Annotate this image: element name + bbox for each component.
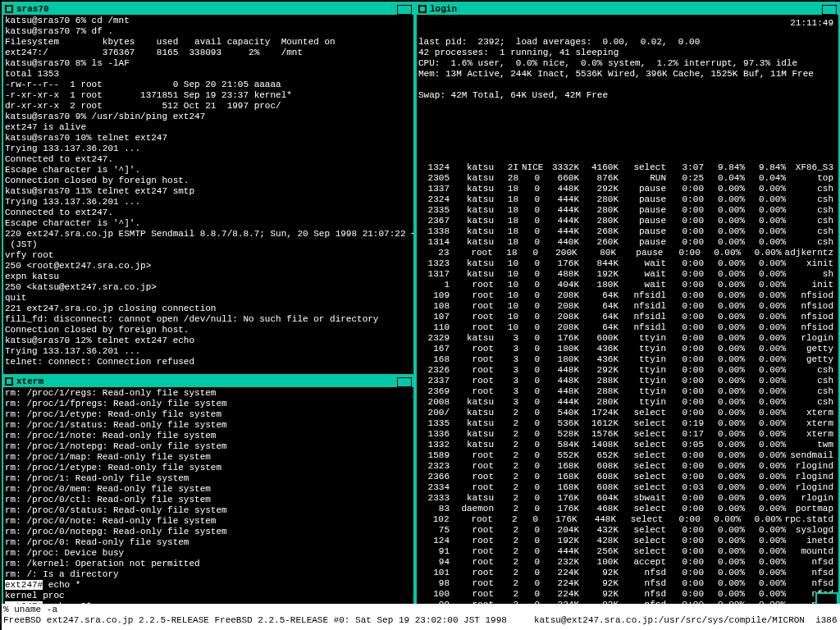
menu-icon[interactable] <box>5 5 13 13</box>
cell-size: 448K <box>543 184 582 194</box>
process-row: 100root20224K92Knfsd0:000.00%0.00%nfsd <box>418 589 837 600</box>
cell-time: 0:00 <box>666 514 703 525</box>
cell-wcpu: 0.00% <box>707 386 748 397</box>
process-row: 1317katsu100488K192Kwait0:000.00%0.00%sh <box>418 269 837 280</box>
cell-wcpu: 0.00% <box>707 184 748 194</box>
cell-cmd: getty <box>789 354 837 365</box>
cell-pri: 18 <box>497 216 522 226</box>
resize-icon[interactable] <box>397 5 412 15</box>
titlebar-sras70[interactable]: sras70 <box>3 3 413 15</box>
cell-cmd: rlogin <box>789 333 837 344</box>
cell-user: katsu <box>453 216 497 226</box>
window-login[interactable]: login last pid: 2392; load averages: 0.0… <box>415 2 840 605</box>
cell-cmd: csh <box>789 194 837 205</box>
prompt-line: ext247# echo * <box>5 580 412 591</box>
bottom-terminal[interactable]: % uname -a FreeBSD ext247.sra.co.jp 2.2.… <box>2 604 840 630</box>
process-row: 1332katsu20584K1408Kselect0:050.00%0.00%… <box>418 440 837 450</box>
cell-nice: 0 <box>522 493 543 504</box>
cell-res: 80K <box>581 248 619 258</box>
cell-state: select <box>619 514 666 525</box>
titlebar-login[interactable]: login <box>417 3 838 15</box>
cell-user: katsu <box>453 226 497 237</box>
cell-state: select <box>622 440 669 450</box>
cell-state: pause <box>619 248 666 258</box>
output-line: rm: /proc/0/mem: Read-only file system <box>5 484 412 495</box>
cell-pri: 10 <box>497 280 522 290</box>
cell-state: wait <box>622 269 669 280</box>
titlebar-xterm[interactable]: xterm <box>3 376 413 387</box>
cell-res: 292K <box>582 365 622 376</box>
cell-wcpu: 0.00% <box>707 568 748 578</box>
cell-cpu: 0.00% <box>748 525 789 536</box>
process-row: 2366root20168K608Kselect0:000.00%0.00%rl… <box>418 472 837 482</box>
cell-time: 0:00 <box>669 386 707 397</box>
cell-time: 0:00 <box>669 450 707 461</box>
cell-pri: 18 <box>497 237 522 248</box>
cell-wcpu: 0.00% <box>707 269 748 280</box>
cell-pid: 2008 <box>418 397 453 408</box>
terminal-output[interactable]: rm: /proc/1/regs: Read-only file systemr… <box>3 387 413 605</box>
cell-user: root <box>453 354 497 365</box>
cell-time: 0:00 <box>669 226 707 237</box>
cell-cpu: 0.00% <box>748 226 789 237</box>
cell-time: 0:00 <box>669 568 707 578</box>
process-row: 108root100208K64Knfsidl0:000.00%0.00%nfs… <box>418 301 837 312</box>
cell-user: root <box>453 578 497 589</box>
cell-wcpu: 0.00% <box>707 418 748 429</box>
cell-res: 448K <box>581 514 619 525</box>
cell-res: 604K <box>582 493 622 504</box>
cell-cmd: init <box>789 280 837 290</box>
cell-user: katsu <box>453 194 497 205</box>
output-line: rm: /kernel: Operation not permitted <box>5 559 412 569</box>
terminal-output[interactable]: katsu@sras70 6% cd /mnt katsu@sras70 7% … <box>3 15 413 374</box>
menu-icon[interactable] <box>418 5 427 13</box>
cell-state: select <box>622 418 669 429</box>
cell-state: accept <box>622 557 669 568</box>
cell-pri: 2 <box>497 493 522 504</box>
cell-cpu: 0.00% <box>748 568 789 578</box>
cell-size: 180K <box>543 344 582 354</box>
cell-pid: 1337 <box>418 184 453 194</box>
cell-pid: 1336 <box>418 429 453 440</box>
cell-user: root <box>453 589 497 600</box>
cell-size: 540K <box>543 408 582 418</box>
cell-res: 608K <box>582 482 622 493</box>
cell-state: nfsd <box>622 589 669 600</box>
cell-pri: 2I <box>497 162 522 173</box>
cell-wcpu: 0.00% <box>707 493 748 504</box>
cell-wcpu: 0.00% <box>707 376 748 386</box>
cell-state: select <box>622 536 669 546</box>
cell-cmd: csh <box>789 184 837 194</box>
cell-pid: 1332 <box>418 440 453 450</box>
cell-pri: 3 <box>497 397 522 408</box>
cell-cpu: 0.00% <box>748 536 789 546</box>
window-xterm[interactable]: xterm rm: /proc/1/regs: Read-only file s… <box>2 374 415 607</box>
cell-wcpu: 0.00% <box>707 344 748 354</box>
cell-size: 200K <box>541 248 580 258</box>
cell-cpu: 0.00% <box>748 418 789 429</box>
cell-cmd: nfsiod <box>789 290 837 301</box>
menu-icon[interactable] <box>5 377 13 386</box>
cell-pid: 2369 <box>418 386 453 397</box>
resize-icon[interactable] <box>822 5 837 15</box>
cell-wcpu: 0.00% <box>707 546 748 557</box>
cell-pid: 98 <box>418 578 453 589</box>
cell-pid: 1589 <box>418 450 453 461</box>
cell-user: root <box>453 525 497 536</box>
cell-res: 280K <box>582 216 622 226</box>
window-sras70[interactable]: sras70 katsu@sras70 6% cd /mnt katsu@sra… <box>2 2 415 376</box>
cell-user: root <box>453 450 497 461</box>
cell-pri: 18 <box>496 248 521 258</box>
process-row: 2008katsu30444K280Kttyin0:000.00%0.00%cs… <box>418 397 837 408</box>
cell-pid: 200/ <box>418 408 453 418</box>
cell-wcpu: 0.00% <box>707 237 748 248</box>
cell-cpu: 0.00% <box>748 205 789 216</box>
cell-wcpu: 0.00% <box>707 504 748 514</box>
cell-user: root <box>453 280 497 290</box>
cell-res: 428K <box>582 536 622 546</box>
cell-size: 224K <box>543 589 582 600</box>
output-line: rm: /proc/0/ctl: Read-only file system <box>5 495 412 505</box>
cell-res: 92K <box>582 578 622 589</box>
resize-icon[interactable] <box>397 377 412 387</box>
cell-pri: 10 <box>497 290 522 301</box>
